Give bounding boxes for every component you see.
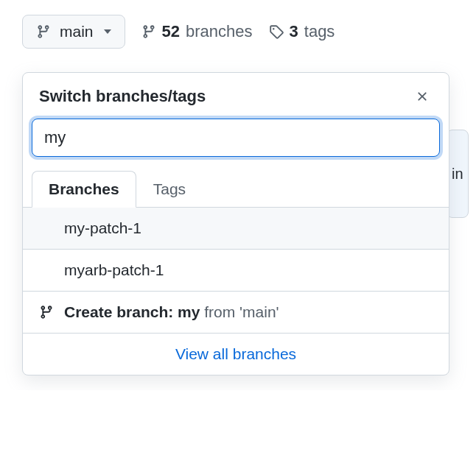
branches-link[interactable]: 52 branches [141,22,253,41]
create-branch-name: my [178,303,200,320]
branches-label: branches [186,22,253,41]
create-branch-from: from 'main' [204,303,279,320]
git-branch-icon [39,305,54,320]
tags-label: tags [304,22,335,41]
branch-list: my-patch-1 myarb-patch-1 [23,208,449,292]
tags-count: 3 [290,22,298,41]
create-branch-prefix: Create branch: [64,303,178,320]
close-button[interactable] [412,86,433,107]
git-branch-icon [141,24,156,39]
tag-icon [269,24,284,39]
branch-list-item[interactable]: my-patch-1 [23,208,449,250]
tab-tags[interactable]: Tags [136,171,203,208]
branch-selector-button[interactable]: main [22,15,125,49]
current-branch-name: main [60,23,94,40]
branches-count: 52 [162,22,180,41]
close-icon [415,89,430,104]
popover-title: Switch branches/tags [39,87,206,106]
chevron-down-icon [104,29,111,34]
tab-branches[interactable]: Branches [32,171,136,208]
background-panel-fragment: in [447,130,469,218]
tags-link[interactable]: 3 tags [269,22,335,41]
create-branch-row[interactable]: Create branch: my from 'main' [23,292,449,334]
git-branch-icon [36,24,51,39]
branch-search-input[interactable] [32,119,440,157]
branch-list-item[interactable]: myarb-patch-1 [23,250,449,292]
view-all-branches-link[interactable]: View all branches [23,334,449,375]
branch-switcher-popover: Switch branches/tags Branches Tags my-pa… [22,72,449,375]
